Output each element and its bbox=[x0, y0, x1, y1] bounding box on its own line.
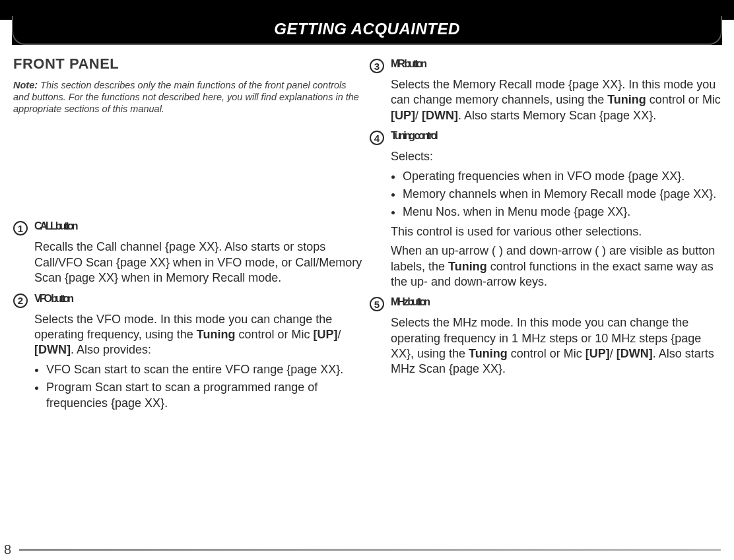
item-2-number: 2 bbox=[13, 294, 28, 308]
item-1-header: 1 CALL button bbox=[13, 220, 364, 235]
item-4-p1: Selects: bbox=[391, 149, 721, 164]
item-4-bullets: Operating frequencies when in VFO mode {… bbox=[391, 169, 721, 220]
section-title: FRONT PANEL bbox=[13, 55, 364, 73]
item-4-body: Selects: Operating frequencies when in V… bbox=[391, 149, 721, 290]
note-text: This section describes only the main fun… bbox=[13, 80, 359, 114]
item-4-p3: When an up-arrow ( ) and down-arrow ( ) … bbox=[391, 243, 721, 290]
item-4-bullet-3: Menu Nos. when in Menu mode {page XX}. bbox=[403, 204, 721, 220]
item-2-bullet-2: Program Scan start to scan a programmed … bbox=[46, 380, 364, 411]
left-column: FRONT PANEL Note: This section describes… bbox=[13, 55, 364, 415]
item-2-p1: Selects the VFO mode. In this mode you c… bbox=[34, 312, 364, 358]
footer-rule bbox=[19, 549, 721, 551]
item-2-head: VFO button bbox=[34, 293, 72, 305]
item-3-header: 3 MR button bbox=[370, 58, 721, 73]
item-3-head: MR button bbox=[391, 58, 425, 70]
item-5-number: 5 bbox=[370, 297, 384, 311]
item-3-number: 3 bbox=[370, 59, 384, 73]
item-5-header: 5 MHz button bbox=[370, 296, 721, 311]
item-4-bullet-2: Memory channels when in Memory Recall mo… bbox=[403, 187, 721, 202]
item-5-head: MHz button bbox=[391, 296, 428, 308]
item-3-body: Selects the Memory Recall mode {page XX}… bbox=[391, 77, 721, 123]
item-3-p1: Selects the Memory Recall mode {page XX}… bbox=[391, 77, 721, 123]
item-5-body: Selects the MHz mode. In this mode you c… bbox=[391, 315, 721, 377]
item-2-body: Selects the VFO mode. In this mode you c… bbox=[34, 312, 364, 411]
document-page: GETTING ACQUAINTED FRONT PANEL Note: Thi… bbox=[0, 0, 734, 560]
item-1-number: 1 bbox=[13, 221, 28, 235]
item-4-header: 4 Tuning control bbox=[370, 130, 721, 145]
content-columns: FRONT PANEL Note: This section describes… bbox=[0, 45, 734, 415]
note-label: Note: bbox=[13, 80, 38, 90]
item-4-head: Tuning control bbox=[391, 130, 436, 142]
item-5-p1: Selects the MHz mode. In this mode you c… bbox=[391, 315, 721, 377]
item-2-bullet-1: VFO Scan start to scan the entire VFO ra… bbox=[46, 362, 364, 377]
item-4-bullet-1: Operating frequencies when in VFO mode {… bbox=[403, 169, 721, 184]
item-4-number: 4 bbox=[370, 131, 384, 145]
item-2-bullets: VFO Scan start to scan the entire VFO ra… bbox=[34, 362, 364, 411]
note-block: Note: This section describes only the ma… bbox=[13, 79, 364, 115]
item-4-p2: This control is used for various other s… bbox=[391, 224, 721, 239]
item-1-body: Recalls the Call channel {page XX}. Also… bbox=[34, 239, 364, 286]
item-1-p1: Recalls the Call channel {page XX}. Also… bbox=[34, 239, 364, 286]
chapter-title: GETTING ACQUAINTED bbox=[0, 20, 734, 38]
page-footer: 8 bbox=[0, 542, 721, 557]
item-1-head: CALL button bbox=[34, 220, 77, 232]
page-number: 8 bbox=[4, 542, 11, 557]
right-column: 3 MR button Selects the Memory Recall mo… bbox=[370, 55, 721, 415]
item-2-header: 2 VFO button bbox=[13, 293, 364, 308]
header-bar: GETTING ACQUAINTED bbox=[0, 0, 734, 45]
